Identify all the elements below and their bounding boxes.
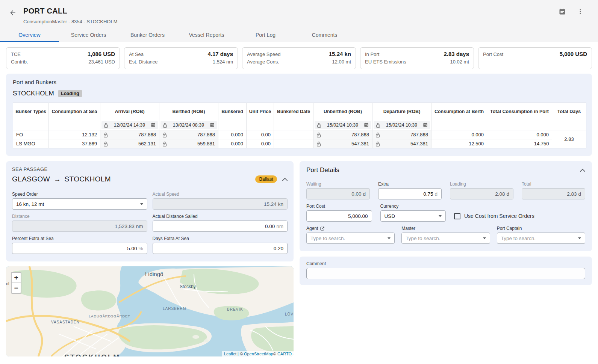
leaflet-link[interactable]: Leaflet [224, 352, 236, 356]
field-value: 1,523.83 [115, 224, 135, 229]
collapse-sea-passage-button[interactable] [282, 178, 288, 181]
currency-select[interactable]: USD [380, 210, 446, 222]
port-name: STOCKHOLM [13, 90, 54, 97]
lock-open-icon[interactable] [103, 132, 108, 137]
field-label: Percent Extra at Sea [12, 236, 147, 241]
stats-row: TCE1,086 USD Contrib.23,461 USD At Sea4.… [6, 47, 592, 69]
tab-service-orders[interactable]: Service Orders [59, 28, 118, 42]
field-label: Loading [450, 181, 513, 187]
agent-search-input[interactable]: Type to search. [306, 233, 395, 244]
overflow-menu-button[interactable] [575, 7, 585, 17]
tab-vessel-reports[interactable]: Vessel Reports [177, 28, 236, 42]
consumption-at-sea-cell[interactable]: 12.132 [49, 130, 100, 139]
lock-open-icon[interactable] [162, 132, 167, 137]
percent-extra-at-sea-input[interactable]: 5.00 % [12, 243, 147, 254]
comment-input[interactable] [306, 268, 585, 279]
rob-value: 562.131 [110, 141, 156, 147]
map-label-lidingo: Lidingö [145, 271, 163, 277]
field-label: Waiting [306, 181, 370, 187]
consumption-at-sea-cell[interactable]: 37.869 [49, 139, 100, 148]
field-label: Actual Distance Sailed [153, 214, 288, 219]
arrival-date: 12/02/24 14:39 [111, 122, 148, 128]
stat-value: 10.02 mt [450, 58, 469, 66]
column-header: Unit Price [247, 103, 274, 120]
bunkered-cell[interactable]: 0.000 [218, 130, 247, 139]
bunkered-date-cell[interactable] [274, 130, 313, 139]
currency-field: Currency USD [380, 204, 446, 222]
lock-open-icon[interactable] [162, 141, 167, 147]
lock-open-icon[interactable] [375, 141, 380, 147]
bunkered-date-cell[interactable] [274, 139, 313, 148]
calendar-small-icon [210, 122, 215, 127]
tab-comments[interactable]: Comments [295, 28, 354, 42]
lock-open-icon[interactable] [103, 141, 108, 147]
column-header: Bunker Types [13, 103, 49, 120]
port-cost-field: Port Cost 5,000.00 [306, 204, 372, 222]
unit-price-cell[interactable]: 0.00 [247, 139, 274, 148]
actual-distance-sailed-input[interactable]: 0.00 nm [153, 221, 288, 232]
unberthed-date-picker[interactable]: 15/02/24 10:39 [315, 121, 371, 129]
tab-port-log[interactable]: Port Log [236, 28, 295, 42]
field-value: 15.24 [264, 201, 277, 207]
lock-open-icon[interactable] [316, 132, 321, 137]
stat-card-at-sea: At Sea4.17 days Est. Distance1,524 nm [124, 47, 238, 69]
stat-label: Contrib. [11, 58, 28, 66]
stat-value: 23,461 USD [88, 58, 115, 66]
bunkered-cell[interactable]: 0.000 [218, 139, 247, 148]
column-header: Arrival (ROB) [100, 103, 159, 120]
master-search-input[interactable]: Type to search. [401, 233, 490, 244]
master-field: Master Type to search. [401, 226, 490, 244]
port-cost-input[interactable]: 5,000.00 [306, 210, 372, 222]
consumption-at-berth-cell[interactable]: 12.500 [431, 139, 487, 148]
field-label: Extra [378, 181, 442, 187]
agent-field: Agent Type to search. [306, 226, 395, 244]
bunker-type-cell: LS MGO [13, 139, 49, 148]
berthed-date-picker[interactable]: 13/02/24 08:39 [160, 121, 217, 129]
calendar-icon [559, 8, 566, 15]
column-header: Unberthed (ROB) [313, 103, 372, 120]
field-value: 0.00 [265, 224, 275, 229]
total-consumption-cell: 0.000 [487, 130, 552, 139]
carto-link[interactable]: CARTO [277, 352, 292, 356]
chevron-down-icon [439, 215, 442, 217]
departure-date-picker[interactable]: 15/02/24 10:39 [374, 121, 430, 129]
berthed-rob-cell: 559.881 [159, 139, 218, 148]
map-zoom-in-button[interactable]: + [12, 273, 21, 283]
arrival-rob-cell: 562.131 [100, 139, 159, 148]
tab-bunker-orders[interactable]: Bunker Orders [118, 28, 177, 42]
sea-passage-title: SEA PASSAGE [12, 166, 111, 172]
calendar-small-icon [423, 122, 428, 127]
tab-overview[interactable]: Overview [0, 28, 59, 42]
lock-open-icon[interactable] [316, 141, 321, 147]
openstreetmap-link[interactable]: OpenStreetMap [244, 352, 273, 356]
external-link-icon[interactable] [320, 226, 325, 231]
chevron-down-icon [578, 237, 581, 239]
extra-input[interactable]: 0.75 d [378, 188, 442, 199]
field-unit: % [138, 246, 143, 251]
tab-bar: Overview Service Orders Bunker Orders Ve… [0, 28, 598, 42]
calendar-button[interactable] [557, 7, 567, 17]
distance-input: 1,523.83 nm [12, 221, 147, 232]
unit-price-cell[interactable]: 0.00 [247, 130, 274, 139]
field-unit: d [506, 191, 509, 197]
lock-open-icon[interactable] [375, 132, 380, 137]
arrival-date-picker[interactable]: 12/02/24 14:39 [101, 121, 158, 129]
map-zoom-out-button[interactable]: − [12, 283, 21, 293]
days-extra-at-sea-input[interactable]: 0.20 [153, 243, 288, 254]
use-cost-checkbox[interactable] [454, 213, 460, 219]
field-unit: d [578, 191, 581, 197]
total-field: Total 2.83 d [522, 181, 585, 199]
port-captain-search-input[interactable]: Type to search. [497, 233, 585, 244]
map-islet [192, 335, 199, 339]
speed-order-select[interactable]: 16 kn, 12 mt [12, 198, 147, 210]
comment-label: Comment [306, 261, 585, 266]
consumption-at-berth-cell[interactable]: 0.000 [431, 130, 487, 139]
map[interactable]: Lidingö Stockby LARSBERG BREVIK LÖVBER L… [6, 266, 294, 356]
field-value: 2.83 [567, 191, 577, 197]
collapse-port-details-button[interactable] [580, 169, 585, 172]
back-button[interactable] [8, 8, 18, 18]
field-label: Master [401, 226, 490, 231]
rob-value: 787.868 [169, 132, 215, 137]
route-arrow-icon: → [54, 175, 61, 183]
speed-order-value: 16 kn, 12 mt [16, 201, 44, 207]
